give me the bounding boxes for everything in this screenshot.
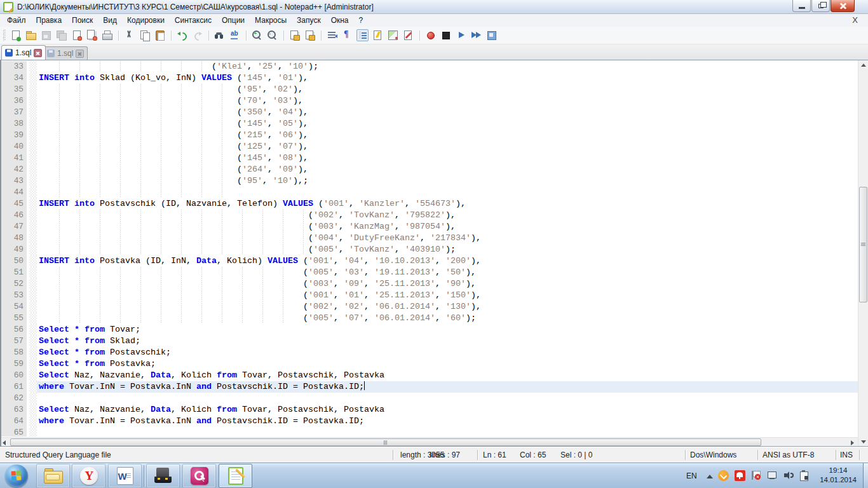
code-text[interactable]: INSERT into Postavka (ID, InN, Data, Kol… bbox=[37, 255, 858, 267]
fold-margin[interactable] bbox=[29, 107, 37, 118]
horizontal-scroll-thumb[interactable] bbox=[10, 438, 761, 446]
menu-item-кодировки[interactable]: Кодировки bbox=[122, 15, 170, 26]
code-line[interactable]: 42('264', '09'), bbox=[0, 164, 858, 175]
code-text[interactable]: Select Naz, Nazvanie, Data, Kolich from … bbox=[37, 404, 858, 416]
code-line[interactable]: 62 bbox=[0, 393, 858, 404]
paste-icon[interactable] bbox=[154, 29, 166, 41]
taskbar-button-notepad-plus-plus[interactable] bbox=[219, 464, 252, 488]
code-line[interactable]: 57Select * from Sklad; bbox=[0, 336, 858, 347]
menu-item-макросы[interactable]: Макросы bbox=[250, 15, 292, 26]
replace-icon[interactable] bbox=[229, 29, 241, 41]
macro-stop-icon[interactable] bbox=[440, 29, 452, 41]
macro-save-icon[interactable] bbox=[485, 29, 498, 41]
code-line[interactable]: 47('003', 'KanzMag', '987054'), bbox=[0, 221, 858, 233]
scheduler-icon[interactable] bbox=[799, 470, 810, 481]
code-text[interactable] bbox=[37, 427, 858, 437]
code-line[interactable]: 55('005', '07', '06.01.2014', '60'); bbox=[0, 313, 858, 324]
code-line[interactable]: 46('002', 'TovKanz', '795822'), bbox=[0, 210, 858, 221]
code-text[interactable]: ('95', '10'),; bbox=[37, 175, 858, 187]
redo-icon[interactable] bbox=[191, 29, 203, 41]
code-text[interactable]: Select * from Sklad; bbox=[37, 336, 858, 347]
fold-margin[interactable] bbox=[29, 301, 37, 313]
fold-margin[interactable] bbox=[29, 278, 37, 290]
function-list-icon[interactable] bbox=[372, 29, 384, 41]
fold-margin[interactable] bbox=[29, 175, 37, 187]
taskbar-button-microsoft-word[interactable] bbox=[108, 464, 142, 488]
code-text[interactable]: INSERT into Postavschik (ID, Nazvanie, T… bbox=[37, 198, 858, 210]
menu-item-запуск[interactable]: Запуск bbox=[292, 15, 326, 26]
code-line[interactable]: 56Select * from Tovar; bbox=[0, 324, 858, 336]
menu-item-поиск[interactable]: Поиск bbox=[67, 15, 98, 26]
fold-margin[interactable] bbox=[29, 370, 37, 381]
menu-item-синтаксис[interactable]: Синтаксис bbox=[170, 15, 217, 26]
tab-2[interactable]: 1.sql bbox=[43, 46, 88, 60]
fold-margin[interactable] bbox=[29, 61, 37, 72]
menu-item-правка[interactable]: Правка bbox=[31, 15, 67, 26]
macro-record-icon[interactable] bbox=[424, 29, 437, 41]
fold-margin[interactable] bbox=[29, 130, 37, 141]
fold-margin[interactable] bbox=[29, 358, 37, 370]
code-line[interactable]: 41('145', '08'), bbox=[0, 152, 858, 164]
code-line[interactable]: 36('70', '03'), bbox=[0, 95, 858, 107]
code-line[interactable]: 38('145', '05'), bbox=[0, 118, 858, 130]
code-text[interactable]: ('145', '05'), bbox=[37, 118, 858, 130]
close-all-docs-icon[interactable] bbox=[86, 29, 98, 41]
code-text[interactable]: where Tovar.InN = Postavka.InN and Posta… bbox=[37, 416, 858, 427]
code-line[interactable]: 61where Tovar.InN = Postavka.InN and Pos… bbox=[0, 381, 858, 393]
code-text[interactable]: INSERT into Sklad (Kol_vo, InN) VALUES (… bbox=[37, 72, 858, 84]
menu-item-опции[interactable]: Опции bbox=[217, 15, 250, 26]
code-line[interactable]: 48('004', 'DutyFreeKanz', '217834'), bbox=[0, 233, 858, 244]
code-text[interactable]: ('125', '07'), bbox=[37, 141, 858, 152]
save-all-icon[interactable] bbox=[55, 29, 67, 41]
code-text[interactable]: ('95', '02'), bbox=[37, 84, 858, 95]
code-line[interactable]: 33('Klei', '25', '10'); bbox=[0, 61, 858, 72]
show-all-chars-icon[interactable] bbox=[341, 29, 353, 41]
code-text[interactable]: Select Naz, Nazvanie, Data, Kolich from … bbox=[37, 370, 858, 381]
code-text[interactable]: ('002', 'TovKanz', '795822'), bbox=[37, 210, 858, 221]
start-button[interactable] bbox=[5, 464, 28, 487]
avira-antivirus-icon[interactable] bbox=[735, 470, 745, 481]
word-wrap-icon[interactable] bbox=[326, 29, 338, 41]
code-text[interactable]: ('005', 'TovKanz', '403910'); bbox=[37, 244, 858, 255]
fold-margin[interactable] bbox=[29, 290, 37, 301]
fold-margin[interactable] bbox=[29, 393, 37, 404]
code-text[interactable]: ('005', '07', '06.01.2014', '60'); bbox=[37, 313, 858, 324]
scroll-right-button[interactable] bbox=[848, 438, 858, 447]
code-line[interactable]: 45INSERT into Postavschik (ID, Nazvanie,… bbox=[0, 198, 858, 210]
fold-margin[interactable] bbox=[29, 404, 37, 416]
code-text[interactable] bbox=[37, 393, 858, 404]
code-line[interactable]: 34INSERT into Sklad (Kol_vo, InN) VALUES… bbox=[0, 72, 858, 84]
zoom-out-icon[interactable]: - bbox=[266, 29, 278, 41]
fold-margin[interactable] bbox=[29, 233, 37, 244]
code-text[interactable]: Select * from Postavschik; bbox=[37, 347, 858, 358]
menu-item-файл[interactable]: Файл bbox=[2, 15, 31, 26]
code-line[interactable]: 60Select Naz, Nazvanie, Data, Kolich fro… bbox=[0, 370, 858, 381]
taskbar-button-windows-explorer[interactable] bbox=[36, 464, 70, 488]
code-line[interactable]: 49('005', 'TovKanz', '403910'); bbox=[0, 244, 858, 255]
code-text[interactable]: ('002', '02', '06.01.2014', '130'), bbox=[37, 301, 858, 313]
tab-close-icon[interactable] bbox=[34, 49, 42, 57]
updater-icon[interactable] bbox=[718, 470, 729, 481]
scroll-left-button[interactable] bbox=[0, 438, 10, 447]
fold-margin[interactable] bbox=[29, 255, 37, 267]
find-icon[interactable] bbox=[214, 29, 226, 41]
copy-icon[interactable] bbox=[139, 29, 151, 41]
taskbar-button-yandex-browser[interactable] bbox=[72, 464, 105, 488]
code-line[interactable]: 43('95', '10'),; bbox=[0, 175, 858, 187]
code-line[interactable]: 54('002', '02', '06.01.2014', '130'), bbox=[0, 301, 858, 313]
fold-margin[interactable] bbox=[29, 221, 37, 233]
taskbar-button-microsoft-access[interactable] bbox=[182, 464, 216, 488]
code-line[interactable]: 40('125', '07'), bbox=[0, 141, 858, 152]
code-text[interactable]: Select * from Tovar; bbox=[37, 324, 858, 336]
code-text[interactable]: Select * from Postavka; bbox=[37, 358, 858, 370]
menu-item-вид[interactable]: Вид bbox=[98, 15, 122, 26]
code-text[interactable]: ('350', '04'), bbox=[37, 107, 858, 118]
code-line[interactable]: 58Select * from Postavschik; bbox=[0, 347, 858, 358]
fold-margin[interactable] bbox=[29, 416, 37, 427]
action-center-flag-icon[interactable] bbox=[750, 470, 761, 481]
code-line[interactable]: 44 bbox=[0, 187, 858, 198]
code-text[interactable]: ('145', '08'), bbox=[37, 152, 858, 164]
sync-v-icon[interactable] bbox=[288, 29, 301, 41]
code-line[interactable]: 59Select * from Postavka; bbox=[0, 358, 858, 370]
print-icon[interactable] bbox=[101, 29, 113, 41]
